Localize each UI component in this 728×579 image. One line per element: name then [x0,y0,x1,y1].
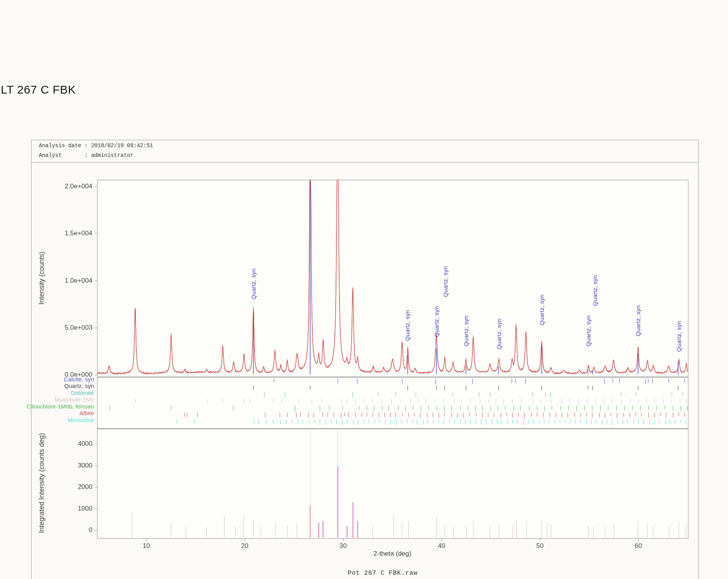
main-y-tick-label: 1.5e+004 [50,230,92,237]
phase-label-microcline: Microcline [5,417,94,423]
source-filename: Pot 267 C FBK.raw [348,570,418,577]
phase-label-calcite-syn: Calcite, syn [5,376,94,383]
analyst-line: Analyst : administrator [39,152,134,158]
quartz-annotation: Quartz, syn [585,315,592,346]
lower-y-tick-label: 3000 [50,462,92,469]
main-y-tick-label: 2.0e+004 [50,183,92,190]
phase-label-muscovite-2m1: Muscovite-2M1 [5,396,94,403]
quartz-annotation: Quartz, syn [635,305,641,336]
main-plot-frame [97,180,688,377]
phase-strip-frame [97,377,688,429]
page-title: LT 267 C FBK [1,83,76,96]
quartz-annotation: Quartz, syn [250,268,257,299]
lower-y-tick-label: 1000 [50,505,92,513]
phase-label-albite: Albite [5,410,94,416]
quartz-annotation: Quartz, syn [538,294,545,325]
main-y-axis-title: Intensity (counts) [38,251,46,304]
quartz-annotation: Quartz, syn [676,321,682,352]
lower-y-tick-label: 0 [50,526,92,534]
quartz-annotation: Quartz, syn [442,266,449,297]
x-tick-label: 50 [536,542,544,550]
x-tick-label: 40 [438,542,445,550]
x-tick-label: 10 [143,542,150,550]
quartz-annotation: Quartz, syn [463,315,469,346]
lower-y-axis-title: Integrated Intensity (counts deg) [38,433,46,533]
main-y-tick-label: 1.0e+004 [50,277,92,285]
quartz-annotation: Quartz, syn [496,318,502,349]
quartz-annotation: Quartz, syn [433,306,440,337]
x-tick-label: 20 [241,542,249,550]
main-y-tick-label: 5.0e+003 [50,324,92,332]
phase-label-clinochlore-1miib-ferroan: Clinochlore-1MIIb, ferroan [5,403,94,410]
x-tick-label: 60 [635,542,642,550]
lower-y-tick-label: 2000 [50,483,92,491]
analysis-date-line: Analysis date : 2018/02/19 09:42:51 [39,143,153,149]
lower-plot-frame [97,428,688,539]
phase-label-dolomite: Dolomite [5,389,94,396]
x-tick-label: 30 [340,542,347,550]
quartz-annotation: Quartz, syn [592,275,598,306]
quartz-annotation: Quartz, syn [404,310,411,341]
lower-y-tick-label: 4000 [50,440,92,448]
phase-label-quartz-syn: Quartz, syn [5,383,94,389]
x-axis-title: 2-theta (deg) [373,550,411,558]
